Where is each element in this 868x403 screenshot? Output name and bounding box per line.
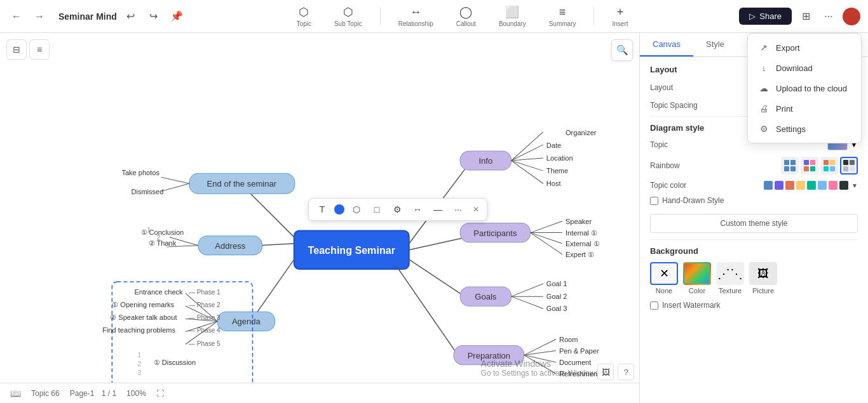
toolbar-left: ← → Seminar Mind ↩ ↪ 📌 [8, 8, 186, 25]
background-options: ✕ None Color ⋰⋱ Texture 🖼 Picture [650, 262, 858, 294]
float-dash-btn[interactable]: — [430, 201, 446, 218]
svg-line-27 [409, 260, 466, 298]
svg-text:① Discussion: ① Discussion [154, 359, 196, 366]
color-swatch-3[interactable] [785, 181, 794, 190]
watermark-label[interactable]: Insert Watermark [662, 301, 721, 310]
svg-text:Address: Address [215, 241, 245, 251]
topic-spacing-label: Topic Spacing [650, 101, 698, 110]
svg-line-82 [161, 177, 189, 183]
toolbar-divider-1 [380, 7, 381, 26]
svg-line-23 [531, 233, 562, 244]
svg-text:Internal ①: Internal ① [566, 229, 597, 237]
tool-callout[interactable]: ◯ Callout [451, 3, 481, 30]
menu-print[interactable]: 🖨 Print [748, 98, 861, 119]
topic-icon: ⬡ [299, 5, 309, 19]
menu-settings[interactable]: ⚙ Settings [748, 119, 861, 139]
svg-text:Theme: Theme [546, 167, 568, 175]
color-swatch-2[interactable] [775, 181, 783, 190]
float-close-btn[interactable]: ✕ [470, 204, 482, 215]
dropdown-menu: ↗ Export ↓ Download ☁ Upload to the clou… [747, 33, 862, 143]
svg-line-36 [397, 266, 461, 359]
svg-text:— Phase 5: — Phase 5 [189, 340, 220, 347]
redo-button[interactable]: ↪ [145, 8, 163, 25]
svg-text:② Speaker talk about: ② Speaker talk about [110, 314, 177, 321]
image-icon-btn[interactable]: 🖼 [597, 364, 614, 380]
list-view-button[interactable]: ≡ [29, 39, 50, 60]
menu-export[interactable]: ↗ Export [748, 37, 861, 58]
svg-line-84 [161, 183, 189, 191]
float-text-btn[interactable]: T [314, 201, 330, 218]
back-button[interactable]: ← [8, 8, 25, 25]
float-more-btn[interactable]: ··· [450, 201, 466, 218]
grid-button[interactable]: ⊞ [797, 8, 815, 25]
help-icon-btn[interactable]: ? [618, 364, 634, 380]
float-shape1-btn[interactable]: ⬡ [348, 201, 365, 218]
color-swatch-4[interactable] [796, 181, 805, 190]
topic-style-label: Topic [650, 140, 668, 149]
bg-none[interactable]: ✕ None [650, 262, 678, 294]
svg-text:Preparation: Preparation [468, 351, 510, 360]
pin-button[interactable]: 📌 [168, 8, 186, 25]
toolbar-right: ▷ Share ⊞ ··· [739, 8, 860, 25]
share-button[interactable]: ▷ Share [739, 8, 792, 25]
svg-text:Organizer: Organizer [566, 129, 597, 136]
float-shape2-btn[interactable]: □ [369, 201, 385, 218]
svg-line-14 [512, 161, 543, 183]
rainbow-item-3[interactable] [820, 157, 838, 175]
watermark-checkbox[interactable] [650, 301, 658, 310]
svg-text:Agenda: Agenda [232, 317, 261, 326]
rainbow-item-1[interactable] [781, 157, 799, 175]
custom-theme-button[interactable]: Custom theme style [650, 214, 858, 233]
boundary-icon: ⬜ [505, 5, 519, 19]
svg-text:Participants: Participants [473, 228, 517, 238]
hand-drawn-checkbox[interactable] [650, 197, 658, 205]
svg-text:Expert ①: Expert ① [566, 251, 594, 258]
color-swatch-7[interactable] [829, 181, 837, 190]
tool-relationship[interactable]: ↔ Relationship [393, 3, 438, 30]
float-link-btn[interactable]: ⚙ [389, 201, 405, 218]
card-view-button[interactable]: ⊟ [6, 39, 27, 60]
tab-canvas[interactable]: Canvas [640, 33, 693, 56]
panel-collapse-button[interactable]: › [639, 208, 640, 228]
tool-topic[interactable]: ⬡ Topic [292, 3, 316, 30]
rainbow-item-4[interactable] [840, 157, 858, 175]
rainbow-grid [781, 157, 858, 175]
tool-summary[interactable]: ≡ Summary [544, 3, 581, 30]
color-swatch-8[interactable] [839, 181, 848, 190]
canvas-area[interactable]: ⊟ ≡ 🔍 Teaching Seminar Info Organizer [0, 33, 639, 403]
zoom-level: 100% [126, 389, 146, 398]
float-connect-btn[interactable]: ↔ [409, 201, 426, 218]
svg-line-16 [409, 237, 466, 250]
divider-2 [650, 239, 858, 240]
svg-line-25 [531, 233, 562, 254]
tab-style[interactable]: Style [693, 33, 737, 56]
color-dropdown-icon[interactable]: ▼ [851, 182, 858, 189]
svg-text:— Phase 2: — Phase 2 [189, 301, 220, 308]
tool-boundary[interactable]: ⬜ Boundary [494, 3, 531, 30]
hand-drawn-label[interactable]: Hand-Drawn Style [662, 196, 724, 205]
bg-color[interactable]: Color [683, 262, 711, 294]
topic-colors: ▼ [764, 181, 858, 190]
svg-text:Take photos: Take photos [121, 169, 159, 176]
floating-toolbar: T ⬡ □ ⚙ ↔ — ··· ✕ [308, 198, 487, 221]
bg-picture[interactable]: 🖼 Picture [749, 262, 777, 294]
main: ⊟ ≡ 🔍 Teaching Seminar Info Organizer [0, 33, 868, 403]
menu-upload[interactable]: ☁ Upload to the cloud [748, 78, 861, 98]
expand-btn[interactable]: ⛶ [156, 389, 164, 398]
color-swatch-6[interactable] [818, 181, 827, 190]
color-swatch-1[interactable] [764, 181, 773, 190]
canvas-search-button[interactable]: 🔍 [611, 39, 633, 61]
forward-button[interactable]: → [31, 8, 48, 25]
more-button[interactable]: ··· [820, 8, 837, 25]
tool-subtopic[interactable]: ⬡ Sub Topic [329, 3, 367, 30]
rainbow-item-2[interactable] [801, 157, 818, 175]
tool-insert[interactable]: + Insert [607, 3, 633, 30]
svg-text:External ①: External ① [566, 240, 600, 248]
svg-text:Document: Document [559, 359, 591, 366]
bg-texture[interactable]: ⋰⋱ Texture [716, 262, 744, 294]
bg-color-label: Color [689, 287, 705, 294]
svg-text:1: 1 [147, 227, 151, 234]
color-swatch-5[interactable] [807, 181, 816, 190]
undo-button[interactable]: ↩ [122, 8, 140, 25]
menu-download[interactable]: ↓ Download [748, 58, 861, 78]
